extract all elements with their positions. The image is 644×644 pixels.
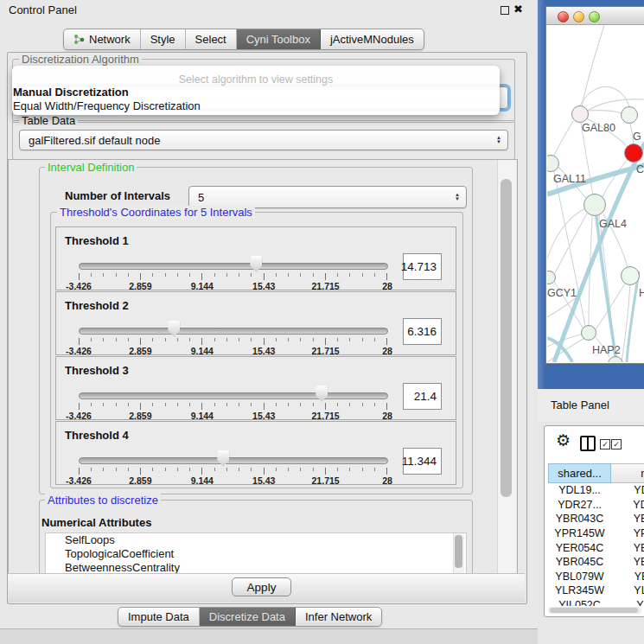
control-panel-tabs: Network Style Select Cyni Toolbox jActiv… bbox=[63, 29, 424, 50]
list-item-selfloops[interactable]: SelfLoops bbox=[46, 533, 466, 547]
attributes-scrollbar-thumb[interactable] bbox=[455, 535, 462, 568]
tab-network[interactable]: Network bbox=[64, 29, 141, 49]
threshold-slider-track[interactable] bbox=[79, 457, 388, 464]
cell[interactable]: YBL079W bbox=[548, 571, 611, 583]
table-row[interactable]: YIL052CYIL0 bbox=[548, 598, 644, 606]
gear-icon[interactable]: ⚙ bbox=[556, 432, 571, 449]
spinner-arrows-icon: ▲▼ bbox=[455, 193, 460, 201]
cell[interactable]: YBR045C bbox=[548, 556, 611, 568]
threshold-3-panel: Threshold 3 -3.4262.8599.14415.4321.7152… bbox=[55, 356, 456, 420]
cell[interactable]: YDL19... bbox=[548, 484, 611, 496]
checkbox-icon[interactable]: ✓ bbox=[600, 439, 610, 450]
threshold-label: Threshold 1 bbox=[65, 234, 129, 247]
network-node-hap2[interactable] bbox=[581, 325, 596, 341]
cell[interactable]: YPR145W bbox=[548, 527, 611, 539]
cell[interactable]: YLR3 bbox=[611, 584, 644, 596]
cell[interactable]: YIL0 bbox=[611, 599, 644, 606]
threshold-slider-handle[interactable] bbox=[168, 321, 180, 337]
checkbox-icon[interactable]: ✓ bbox=[611, 439, 622, 450]
cell[interactable]: YER0 bbox=[611, 542, 644, 554]
zoom-traffic-light-icon[interactable] bbox=[589, 11, 600, 22]
network-node-label: GAL80 bbox=[582, 122, 615, 134]
columns-icon[interactable] bbox=[580, 436, 596, 451]
network-node-c[interactable] bbox=[624, 143, 643, 163]
threshold-value-field[interactable]: 14.713 bbox=[403, 253, 442, 280]
minimize-traffic-light-icon[interactable] bbox=[573, 11, 584, 22]
tab-discretize-data[interactable]: Discretize Data bbox=[200, 608, 296, 626]
settings-scrollbar-thumb[interactable] bbox=[501, 179, 512, 497]
tab-impute-data[interactable]: Impute Data bbox=[118, 608, 200, 626]
cell[interactable]: YLR345W bbox=[548, 584, 611, 596]
threshold-slider-track[interactable] bbox=[79, 263, 388, 270]
network-node-gal4[interactable] bbox=[583, 194, 606, 216]
network-view-window: GAL80GCGAL11GAL4GCY1HHAP2 bbox=[545, 6, 644, 364]
cell[interactable]: YPR1 bbox=[611, 527, 644, 539]
slider-tick-labels: -3.4262.8599.14415.4321.71528 bbox=[79, 475, 387, 486]
tick-label: -3.426 bbox=[66, 475, 92, 486]
table-data-combo[interactable]: galFiltered.sif default node ▲▼ bbox=[19, 130, 508, 150]
network-node-gcy1[interactable] bbox=[547, 271, 556, 284]
column-header-shared-name[interactable]: shared... bbox=[548, 463, 611, 483]
table-row[interactable]: YBR045CYBR0 bbox=[548, 555, 644, 570]
threshold-value-field[interactable]: 21.4 bbox=[403, 383, 442, 410]
threshold-slider-handle[interactable] bbox=[217, 450, 229, 467]
network-canvas[interactable]: GAL80GCGAL11GAL4GCY1HHAP2 bbox=[547, 25, 644, 362]
table-row[interactable]: YDL19...YDL1 bbox=[548, 483, 644, 498]
slider-tick-labels: -3.4262.8599.14415.4321.71528 bbox=[79, 346, 387, 356]
attributes-group-title: Attributes to discretize bbox=[45, 494, 161, 507]
cell[interactable]: YDL1 bbox=[611, 484, 644, 496]
network-node-g[interactable] bbox=[621, 106, 638, 124]
cell[interactable]: YDR27... bbox=[548, 499, 611, 511]
tab-select[interactable]: Select bbox=[186, 29, 237, 49]
apply-button[interactable]: Apply bbox=[232, 577, 291, 596]
network-node-unlabeled[interactable] bbox=[608, 356, 623, 362]
threshold-slider-track[interactable] bbox=[79, 328, 388, 335]
table-hscrollbar-thumb[interactable] bbox=[550, 608, 638, 613]
cell[interactable]: YDR2 bbox=[611, 499, 644, 511]
tick-label: 21.715 bbox=[312, 475, 340, 486]
network-node-label: GCY1 bbox=[547, 287, 577, 299]
network-node-gal11[interactable] bbox=[547, 155, 559, 172]
threshold-4-panel: Threshold 4 -3.4262.8599.14415.4321.7152… bbox=[55, 421, 456, 485]
column-header-name[interactable]: na bbox=[611, 463, 644, 483]
network-node-h[interactable] bbox=[621, 266, 640, 285]
table-row[interactable]: YBR043CYBR0 bbox=[548, 512, 644, 526]
table-row[interactable]: YPR145WYPR1 bbox=[548, 526, 644, 541]
thresholds-group-title: Threshold's Coordinates for 5 Intervals bbox=[57, 206, 255, 219]
cell[interactable]: YBR0 bbox=[611, 556, 644, 568]
tab-style[interactable]: Style bbox=[141, 29, 186, 49]
tab-infer-network[interactable]: Infer Network bbox=[296, 608, 381, 626]
threshold-value-field[interactable]: 6.316 bbox=[403, 318, 442, 345]
threshold-2-panel: Threshold 2 -3.4262.8599.14415.4321.7152… bbox=[55, 291, 456, 355]
list-item-topologicalcoefficient[interactable]: TopologicalCoefficient bbox=[46, 547, 466, 561]
tab-label: Select bbox=[195, 33, 226, 46]
network-node-gal80[interactable] bbox=[571, 105, 589, 123]
threshold-label: Threshold 3 bbox=[65, 364, 129, 377]
table-row[interactable]: YDR27...YDR2 bbox=[548, 498, 644, 513]
threshold-slider-handle[interactable] bbox=[250, 256, 262, 272]
cell[interactable]: YIL052C bbox=[548, 599, 611, 606]
tab-label: Discretize Data bbox=[209, 610, 285, 623]
tab-jactivemnodules[interactable]: jActiveMNodules bbox=[321, 29, 424, 49]
cell[interactable]: YBR043C bbox=[548, 513, 611, 525]
cell[interactable]: YER054C bbox=[548, 542, 611, 554]
cell[interactable]: YBL0 bbox=[611, 571, 644, 583]
close-window-icon[interactable]: ✖ bbox=[513, 3, 523, 16]
algorithm-option-equal-width-frequency[interactable]: Equal Width/Frequency Discretization bbox=[13, 99, 201, 112]
table-row[interactable]: YLR345WYLR3 bbox=[548, 583, 644, 598]
interval-definition-group-title: Interval Definition bbox=[45, 161, 137, 174]
tab-cyni-toolbox[interactable]: Cyni Toolbox bbox=[237, 29, 321, 49]
algorithm-option-manual-discretization[interactable]: Manual Discretization bbox=[13, 86, 129, 99]
threshold-value-field[interactable]: 11.344 bbox=[403, 448, 442, 475]
close-traffic-light-icon[interactable] bbox=[558, 11, 569, 22]
threshold-slider-track[interactable] bbox=[79, 392, 388, 399]
cell[interactable]: YBR0 bbox=[611, 513, 644, 525]
table-row[interactable]: YER054CYER0 bbox=[548, 540, 644, 555]
float-window-icon[interactable] bbox=[501, 6, 509, 15]
threshold-slider-handle[interactable] bbox=[316, 386, 328, 402]
tick-label: 15.43 bbox=[252, 281, 275, 291]
table-row[interactable]: YBL079WYBL0 bbox=[548, 570, 644, 584]
tick-label: 28 bbox=[382, 281, 392, 291]
network-window-titlebar[interactable] bbox=[546, 7, 644, 25]
table-panel-header: Table Panel bbox=[538, 389, 644, 423]
